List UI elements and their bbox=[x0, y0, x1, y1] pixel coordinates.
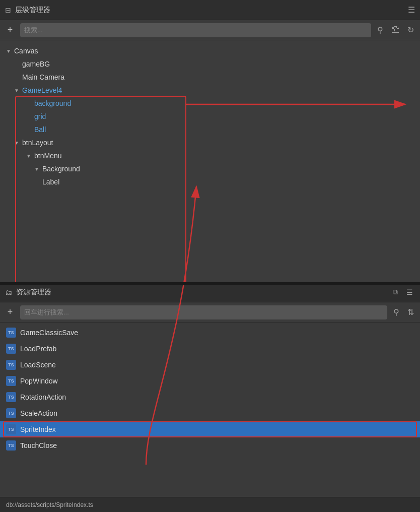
asset-item-loadprefab[interactable]: TS LoadPrefab bbox=[0, 341, 420, 357]
asset-item-popwindow[interactable]: TS PopWindow bbox=[0, 373, 420, 389]
tree-item-bg2[interactable]: ▼ Background bbox=[0, 162, 420, 175]
asset-list: TS GameClassicSave TS LoadPrefab TS Load… bbox=[0, 323, 420, 507]
asset-label-scaleaction: ScaleAction bbox=[20, 409, 57, 417]
asset-ts-icon-spriteindex: TS bbox=[6, 424, 16, 434]
hierarchy-search-input[interactable] bbox=[20, 23, 371, 37]
tree-arrow-btnmenu: ▼ bbox=[26, 153, 32, 159]
asset-panel-header: 🗂 资源管理器 ⧉ ☰ bbox=[0, 282, 420, 302]
asset-label-gameclassicsave: GameClassicSave bbox=[20, 329, 78, 337]
tree-label-gamelevel4: GameLevel4 bbox=[22, 86, 62, 94]
asset-toolbar: + ⚲ ⇅ bbox=[0, 302, 420, 323]
hierarchy-pin-icon[interactable]: ⛱ bbox=[389, 25, 401, 36]
tree-label-btnlayout: btnLayout bbox=[22, 139, 53, 147]
asset-item-scaleaction[interactable]: TS ScaleAction bbox=[0, 405, 420, 421]
tree-item-btnmenu[interactable]: ▼ btnMenu bbox=[0, 149, 420, 162]
asset-ts-icon-loadscene: TS bbox=[6, 360, 16, 370]
hierarchy-panel: ⊟ 层级管理器 ☰ + ⚲ ⛱ ↻ ▼ Canvas gameBG Main C… bbox=[0, 0, 420, 282]
tree-item-background[interactable]: background bbox=[0, 97, 420, 110]
hierarchy-tree: ▼ Canvas gameBG Main Camera ▼ GameLevel4… bbox=[0, 40, 420, 193]
tree-label-ball: Ball bbox=[34, 125, 46, 134]
asset-ts-icon-rotationaction: TS bbox=[6, 392, 16, 402]
asset-panel: 🗂 资源管理器 ⧉ ☰ + ⚲ ⇅ TS GameClassicSave TS … bbox=[0, 282, 420, 512]
asset-panel-title: 资源管理器 bbox=[16, 288, 51, 297]
tree-label-gamebg: gameBG bbox=[22, 60, 50, 68]
tree-label-bg2: Background bbox=[42, 165, 80, 173]
hierarchy-toolbar: + ⚲ ⛱ ↻ bbox=[0, 20, 420, 40]
tree-label-grid: grid bbox=[34, 112, 46, 120]
hierarchy-panel-header: ⊟ 层级管理器 ☰ bbox=[0, 0, 420, 20]
tree-label-btnmenu: btnMenu bbox=[34, 152, 61, 160]
asset-ts-icon-touchclose: TS bbox=[6, 440, 16, 451]
asset-item-spriteindex[interactable]: TS SpriteIndex bbox=[0, 421, 420, 437]
tree-item-label[interactable]: Label bbox=[0, 175, 420, 188]
asset-ts-icon-loadprefab: TS bbox=[6, 344, 16, 354]
tree-item-maincamera[interactable]: Main Camera bbox=[0, 71, 420, 84]
asset-item-rotationaction[interactable]: TS RotationAction bbox=[0, 389, 420, 405]
hierarchy-search-icon[interactable]: ⚲ bbox=[375, 24, 385, 36]
tree-arrow-gamelevel4: ▼ bbox=[14, 88, 20, 93]
asset-label-spriteindex: SpriteIndex bbox=[20, 425, 56, 433]
tree-item-grid[interactable]: grid bbox=[0, 110, 420, 123]
asset-search-icon[interactable]: ⚲ bbox=[391, 306, 401, 318]
tree-item-ball[interactable]: Ball bbox=[0, 123, 420, 136]
asset-item-gameclassicsave[interactable]: TS GameClassicSave bbox=[0, 325, 420, 341]
status-bar: db://assets/scripts/SpriteIndex.ts bbox=[0, 497, 420, 512]
hierarchy-panel-title: 层级管理器 bbox=[15, 6, 50, 15]
asset-item-touchclose[interactable]: TS TouchClose bbox=[0, 437, 420, 454]
asset-ts-icon-scaleaction: TS bbox=[6, 408, 16, 418]
asset-sort-icon[interactable]: ⇅ bbox=[405, 306, 416, 318]
asset-item-loadscene[interactable]: TS LoadScene bbox=[0, 357, 420, 373]
tree-label-label: Label bbox=[42, 178, 59, 186]
asset-label-rotationaction: RotationAction bbox=[20, 393, 66, 401]
asset-copy-icon[interactable]: ⧉ bbox=[390, 287, 401, 298]
tree-arrow-btnlayout: ▼ bbox=[14, 140, 20, 146]
tree-arrow-canvas: ▼ bbox=[6, 48, 12, 54]
tree-label-maincamera: Main Camera bbox=[22, 73, 64, 81]
hierarchy-add-button[interactable]: + bbox=[4, 24, 16, 36]
asset-label-loadscene: LoadScene bbox=[20, 361, 56, 369]
tree-item-gamelevel4[interactable]: ▼ GameLevel4 bbox=[0, 84, 420, 97]
asset-label-popwindow: PopWindow bbox=[20, 377, 58, 385]
hierarchy-folder-icon: ⊟ bbox=[5, 6, 11, 14]
tree-item-gamebg[interactable]: gameBG bbox=[0, 57, 420, 71]
asset-panel-header-actions: ⧉ ☰ bbox=[390, 287, 415, 298]
hierarchy-menu-icon[interactable]: ☰ bbox=[408, 5, 415, 15]
panel-divider bbox=[0, 282, 420, 285]
asset-add-button[interactable]: + bbox=[4, 306, 16, 318]
asset-label-loadprefab: LoadPrefab bbox=[20, 345, 56, 353]
asset-search-input[interactable] bbox=[20, 305, 387, 319]
tree-label-canvas: Canvas bbox=[14, 47, 38, 55]
asset-menu-icon[interactable]: ☰ bbox=[404, 287, 415, 298]
asset-folder-icon: 🗂 bbox=[5, 288, 12, 296]
asset-ts-icon-popwindow: TS bbox=[6, 376, 16, 386]
tree-item-canvas[interactable]: ▼ Canvas bbox=[0, 44, 420, 57]
hierarchy-refresh-icon[interactable]: ↻ bbox=[405, 24, 416, 36]
asset-label-touchclose: TouchClose bbox=[20, 441, 57, 450]
status-text: db://assets/scripts/SpriteIndex.ts bbox=[6, 501, 93, 508]
asset-ts-icon-gameclassicsave: TS bbox=[6, 328, 16, 338]
tree-item-btnlayout[interactable]: ▼ btnLayout bbox=[0, 136, 420, 149]
tree-label-background: background bbox=[34, 99, 71, 107]
tree-arrow-bg2: ▼ bbox=[34, 166, 40, 172]
